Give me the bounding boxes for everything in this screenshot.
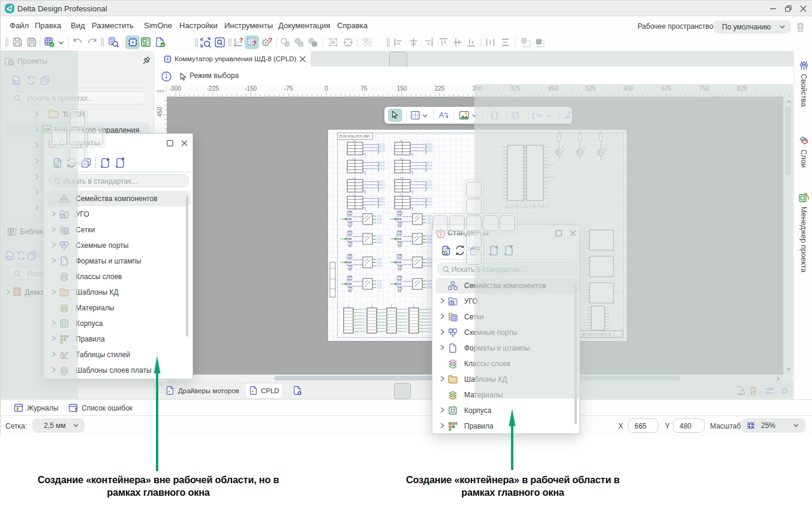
svg-text:150: 150 (397, 85, 407, 92)
svg-text:75: 75 (360, 85, 368, 92)
svg-text:-150: -150 (245, 85, 257, 92)
svg-text:-225: -225 (207, 85, 219, 92)
svg-text:-300: -300 (169, 85, 181, 92)
svg-text:-75: -75 (284, 85, 293, 92)
svg-text:A: A (439, 111, 444, 119)
svg-text:?: ? (239, 37, 243, 44)
svg-text:?: ? (269, 37, 273, 44)
svg-text:225: 225 (435, 85, 445, 92)
svg-text:?: ? (252, 40, 257, 47)
svg-text:05.00.00/SL.PCD.JS8Y: 05.00.00/SL.PCD.JS8Y (339, 134, 371, 138)
svg-text:0: 0 (324, 85, 328, 92)
